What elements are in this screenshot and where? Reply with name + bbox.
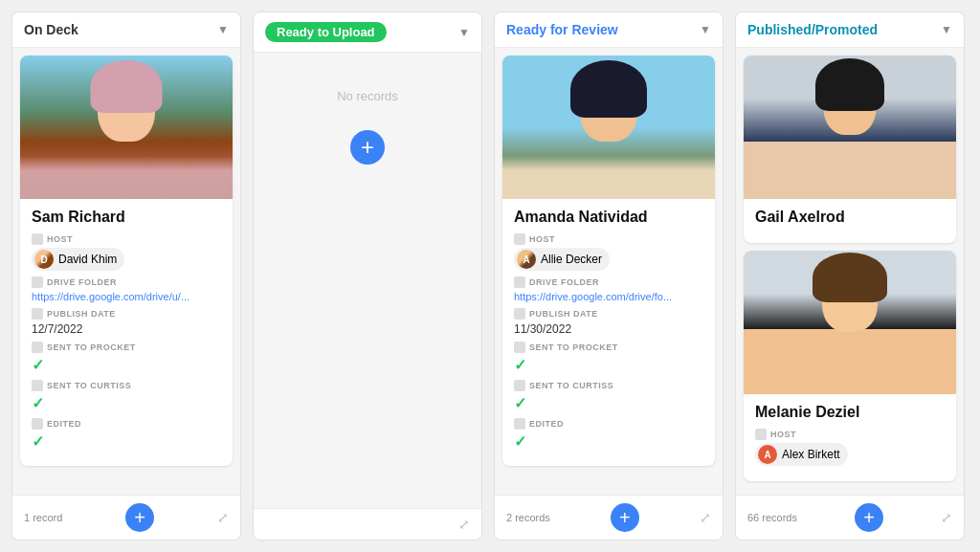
field-label-edited-amanda: EDITED [514, 418, 703, 430]
checkbox-icon [32, 342, 43, 353]
add-button-published[interactable]: + [855, 503, 883, 532]
card-image-gail [744, 55, 956, 199]
field-label-curtiss-amanda: SENT TO CURTISS [514, 380, 703, 391]
field-label-publish-sam: PUBLISH DATE [32, 308, 221, 320]
field-label-host-melanie: HOST [755, 429, 945, 440]
card-name-gail: Gail Axelrod [755, 209, 945, 226]
card-image-amanda [502, 55, 715, 199]
chevron-down-icon[interactable]: ▼ [217, 23, 229, 36]
person-icon [32, 233, 43, 245]
column-footer-ready-upload: ⤢ [254, 508, 481, 540]
check-edited-amanda: ✓ [514, 432, 703, 451]
avatar-david: D [34, 250, 54, 269]
card-image-melanie [744, 251, 956, 394]
card-content-melanie: Melanie Deziel HOST A Alex Birkett [744, 394, 956, 481]
column-body-on-deck: Sam Richard HOST D David Khim [12, 48, 240, 495]
check-procket-amanda: ✓ [514, 356, 703, 374]
person-icon-amanda [514, 233, 525, 245]
field-curtiss-amanda: SENT TO CURTISS ✓ [514, 380, 703, 412]
host-name-amanda: Allie Decker [541, 253, 602, 266]
calendar-icon [32, 308, 43, 320]
field-label-host-amanda: HOST [514, 233, 703, 245]
kanban-board: On Deck ▼ Sam Richard HOST D David Khim [0, 0, 980, 552]
check-procket-sam: ✓ [32, 356, 221, 374]
column-footer-review: 2 records + ⤢ [495, 495, 723, 540]
host-name-sam: David Khim [58, 253, 117, 266]
field-drive-sam: DRIVE FOLDER https://drive.google.com/dr… [32, 276, 221, 302]
field-procket-sam: SENT TO PROCKET ✓ [32, 342, 221, 374]
host-chip-amanda[interactable]: A Allie Decker [514, 248, 610, 271]
chevron-icon-upload[interactable]: ▼ [458, 26, 470, 39]
drive-url-sam[interactable]: https://drive.google.com/drive/u/... [32, 291, 221, 302]
column-footer-published: 66 records + ⤢ [736, 495, 964, 540]
column-title-ready-upload: Ready to Upload [265, 22, 387, 42]
no-records-text: No records [261, 60, 474, 113]
check-edited-sam: ✓ [32, 432, 221, 451]
field-host-melanie: HOST A Alex Birkett [755, 429, 945, 466]
check-curtiss-amanda: ✓ [514, 394, 703, 412]
record-count-review: 2 records [506, 512, 550, 523]
card-content-gail: Gail Axelrod [744, 199, 956, 243]
add-button-empty[interactable]: + [350, 130, 385, 165]
field-label-host-sam: HOST [32, 233, 221, 245]
column-body-published: Gail Axelrod Melanie Deziel HOST A Alex … [736, 48, 964, 495]
card-name-amanda: Amanda Natividad [514, 209, 703, 226]
host-chip-sam[interactable]: D David Khim [32, 248, 124, 271]
card-amanda[interactable]: Amanda Natividad HOST A Allie Decker [502, 55, 715, 466]
field-publishdate-amanda: PUBLISH DATE 11/30/2022 [514, 308, 703, 336]
avatar-allie: A [517, 250, 536, 269]
column-ready-to-upload: Ready to Upload ▼ No records + ⤢ [253, 11, 482, 541]
column-body-review: Amanda Natividad HOST A Allie Decker [495, 48, 723, 495]
card-sam-richard[interactable]: Sam Richard HOST D David Khim [20, 55, 233, 466]
checkbox-curtiss-amanda [514, 380, 525, 391]
column-header-published: Published/Promoted ▼ [736, 12, 964, 48]
column-header-ready-upload: Ready to Upload ▼ [254, 12, 481, 53]
card-content-amanda: Amanda Natividad HOST A Allie Decker [502, 199, 715, 466]
column-body-ready-upload: No records + [254, 53, 481, 508]
expand-icon-published[interactable]: ⤢ [941, 510, 952, 525]
field-edited-sam: EDITED ✓ [32, 418, 221, 451]
add-button-on-deck[interactable]: + [125, 503, 154, 532]
drive-url-amanda[interactable]: https://drive.google.com/drive/fo... [514, 291, 703, 302]
edit-icon [32, 418, 43, 430]
expand-icon-review[interactable]: ⤢ [700, 510, 711, 525]
card-name-melanie: Melanie Deziel [755, 404, 945, 421]
field-publishdate-sam: PUBLISH DATE 12/7/2022 [32, 308, 221, 336]
field-host-sam: HOST D David Khim [32, 233, 221, 271]
field-curtiss-sam: SENT TO CURTISS ✓ [32, 380, 221, 412]
field-label-drive-sam: DRIVE FOLDER [32, 276, 221, 288]
card-name-sam: Sam Richard [32, 209, 221, 226]
field-drive-amanda: DRIVE FOLDER https://drive.google.com/dr… [514, 276, 703, 302]
column-title-on-deck: On Deck [24, 22, 78, 37]
field-edited-amanda: EDITED ✓ [514, 418, 703, 451]
column-header-on-deck: On Deck ▼ [12, 12, 240, 48]
column-on-deck: On Deck ▼ Sam Richard HOST D David Khim [11, 11, 241, 541]
checkbox-icon-2 [32, 380, 43, 391]
expand-icon-upload[interactable]: ⤢ [458, 517, 470, 532]
chevron-icon-published[interactable]: ▼ [941, 23, 952, 36]
card-content-sam: Sam Richard HOST D David Khim [20, 199, 233, 466]
chevron-icon-review[interactable]: ▼ [700, 23, 711, 36]
column-header-review: Ready for Review ▼ [495, 12, 723, 48]
publish-date-amanda: 11/30/2022 [514, 322, 703, 336]
expand-icon-on-deck[interactable]: ⤢ [217, 510, 229, 525]
field-label-curtiss-sam: SENT TO CURTISS [32, 380, 221, 391]
field-label-publish-amanda: PUBLISH DATE [514, 308, 703, 320]
column-ready-for-review: Ready for Review ▼ Amanda Natividad HOST… [494, 11, 724, 541]
field-label-edited-sam: EDITED [32, 418, 221, 430]
field-label-procket-sam: SENT TO PROCKET [32, 342, 221, 353]
card-melanie[interactable]: Melanie Deziel HOST A Alex Birkett [744, 251, 956, 481]
column-footer-on-deck: 1 record + ⤢ [12, 495, 240, 540]
card-image-sam [20, 55, 233, 199]
publish-date-sam: 12/7/2022 [32, 322, 221, 336]
field-label-drive-amanda: DRIVE FOLDER [514, 276, 703, 288]
host-chip-melanie[interactable]: A Alex Birkett [755, 443, 848, 466]
column-published: Published/Promoted ▼ Gail Axelrod Melani… [735, 11, 965, 541]
record-count-published: 66 records [747, 512, 797, 523]
record-count-on-deck: 1 record [24, 512, 62, 523]
column-title-published: Published/Promoted [747, 22, 878, 37]
card-gail[interactable]: Gail Axelrod [744, 55, 956, 243]
add-button-review[interactable]: + [611, 503, 639, 532]
check-curtiss-sam: ✓ [32, 394, 221, 412]
field-procket-amanda: SENT TO PROCKET ✓ [514, 342, 703, 374]
